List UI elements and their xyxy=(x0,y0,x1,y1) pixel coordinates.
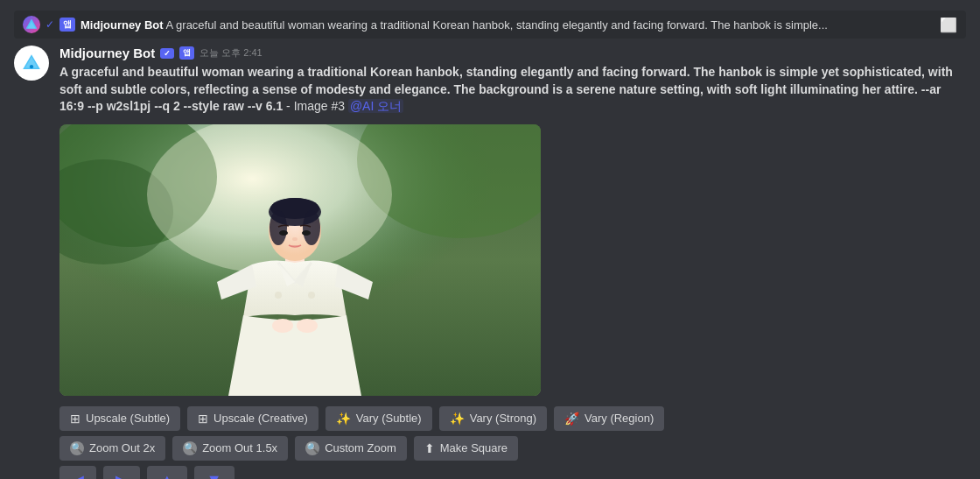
arrow-up-button[interactable]: ▲ xyxy=(147,466,187,479)
bot-avatar xyxy=(14,46,49,81)
upscale-creative-button[interactable]: ⊞ Upscale (Creative) xyxy=(187,406,318,431)
custom-zoom-button[interactable]: 🔍 Custom Zoom xyxy=(295,436,407,461)
arrow-right-icon: ▶ xyxy=(116,471,128,479)
image-art xyxy=(60,124,541,396)
image-number: - Image #3 xyxy=(286,99,348,113)
vary-subtle-button[interactable]: ✨ Vary (Subtle) xyxy=(326,406,432,431)
arrow-up-icon: ▲ xyxy=(159,471,175,479)
vary-region-icon: 🚀 xyxy=(564,412,579,426)
svg-point-24 xyxy=(297,319,318,333)
notif-avatar xyxy=(23,16,40,33)
button-row-2: 🔍 Zoom Out 2x 🔍 Zoom Out 1.5x 🔍 Custom Z… xyxy=(60,436,966,461)
verified-badge: ✓ xyxy=(160,48,174,59)
notif-text: Midjourney Bot A graceful and beautiful … xyxy=(80,18,828,32)
notif-app-badge: 앱 xyxy=(60,18,75,32)
message-timestamp: 오늘 오후 2:41 xyxy=(200,46,262,60)
custom-zoom-icon: 🔍 xyxy=(305,441,319,455)
chat-container: ✓ 앱 Midjourney Bot A graceful and beauti… xyxy=(0,0,980,479)
make-square-button[interactable]: ⬆ Make Square xyxy=(414,436,518,461)
message-header: Midjourney Bot ✓ 앱 오늘 오후 2:41 xyxy=(60,46,966,60)
vary-strong-icon: ✨ xyxy=(450,412,465,426)
svg-point-20 xyxy=(292,237,298,241)
notif-expand-icon[interactable]: ⬜ xyxy=(940,17,957,33)
message-text: A graceful and beautiful woman wearing a… xyxy=(60,64,966,116)
arrow-down-button[interactable]: ▼ xyxy=(194,466,234,479)
zoom-out-2x-icon: 🔍 xyxy=(70,441,84,455)
zoom-out-2x-label: Zoom Out 2x xyxy=(89,441,155,454)
svg-point-23 xyxy=(272,319,293,333)
svg-point-19 xyxy=(302,230,311,236)
zoom-out-1x5-icon: 🔍 xyxy=(183,441,197,455)
upscale-subtle-button[interactable]: ⊞ Upscale (Subtle) xyxy=(60,406,180,431)
notif-checkmark: ✓ xyxy=(46,18,54,31)
notification-bar: ✓ 앱 Midjourney Bot A graceful and beauti… xyxy=(14,11,966,39)
svg-point-16 xyxy=(270,210,287,245)
upscale-creative-icon: ⊞ xyxy=(198,412,208,426)
svg-point-5 xyxy=(30,65,33,68)
make-square-icon: ⬆ xyxy=(424,441,435,455)
vary-strong-label: Vary (Strong) xyxy=(470,412,536,425)
zoom-out-1x5-button[interactable]: 🔍 Zoom Out 1.5x xyxy=(172,436,288,461)
buttons-area: ⊞ Upscale (Subtle) ⊞ Upscale (Creative) … xyxy=(60,406,966,479)
button-row-1: ⊞ Upscale (Subtle) ⊞ Upscale (Creative) … xyxy=(60,406,966,431)
app-tag: 앱 xyxy=(179,46,194,60)
arrow-right-button[interactable]: ▶ xyxy=(103,466,140,479)
svg-point-21 xyxy=(275,292,282,299)
vary-strong-button[interactable]: ✨ Vary (Strong) xyxy=(439,406,547,431)
zoom-out-2x-button[interactable]: 🔍 Zoom Out 2x xyxy=(60,436,165,461)
arrow-down-icon: ▼ xyxy=(206,471,222,479)
svg-point-22 xyxy=(308,292,315,299)
zoom-out-1x5-label: Zoom Out 1.5x xyxy=(202,441,277,454)
vary-region-button[interactable]: 🚀 Vary (Region) xyxy=(554,406,664,431)
svg-point-18 xyxy=(279,230,288,236)
vary-subtle-label: Vary (Subtle) xyxy=(356,412,422,425)
upscale-creative-label: Upscale (Creative) xyxy=(214,412,308,425)
custom-zoom-label: Custom Zoom xyxy=(325,441,396,454)
message-content: Midjourney Bot ✓ 앱 오늘 오후 2:41 A graceful… xyxy=(60,46,966,479)
svg-point-17 xyxy=(303,210,320,245)
vary-region-label: Vary (Region) xyxy=(584,412,654,425)
message-body: A graceful and beautiful woman wearing a… xyxy=(60,65,953,113)
arrow-left-button[interactable]: ◀ xyxy=(60,466,96,479)
generated-image[interactable] xyxy=(60,124,541,396)
upscale-subtle-label: Upscale (Subtle) xyxy=(86,412,170,425)
arrow-left-icon: ◀ xyxy=(72,471,84,479)
message-row: Midjourney Bot ✓ 앱 오늘 오후 2:41 A graceful… xyxy=(14,46,966,479)
bot-name: Midjourney Bot xyxy=(60,46,155,60)
button-row-3: ◀ ▶ ▲ ▼ xyxy=(60,466,966,479)
mention-link[interactable]: @AI 오너 xyxy=(348,99,403,113)
vary-subtle-icon: ✨ xyxy=(336,412,351,426)
upscale-subtle-icon: ⊞ xyxy=(70,412,80,426)
make-square-label: Make Square xyxy=(440,441,508,454)
